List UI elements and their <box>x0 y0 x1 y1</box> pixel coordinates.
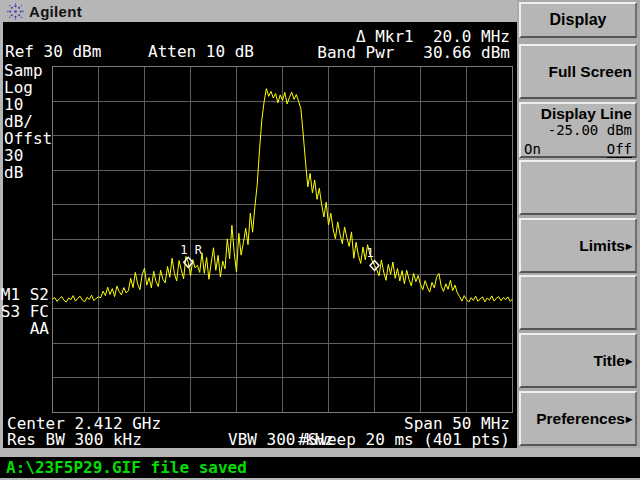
softkey-full-screen[interactable]: Full Screen <box>519 44 637 99</box>
bottom-bezel-band <box>0 448 640 457</box>
softkey-blank-1[interactable] <box>519 160 637 215</box>
display-line-value: -25.00 dBm <box>524 122 632 138</box>
menu-title: Display <box>519 2 637 38</box>
softkey-label: Preferences <box>536 410 625 428</box>
agilent-logo-icon <box>7 3 24 20</box>
atten-readout: Atten 10 dB <box>148 43 254 60</box>
crt-display: Ref 30 dBm Atten 10 dB Δ Mkr1 20.0 MHz B… <box>0 22 517 448</box>
band-power-readout: Band Pwr 30.66 dBm <box>317 44 510 61</box>
svg-text:1 R: 1 R <box>180 243 202 257</box>
sweep-readout: #Sweep 20 ms (401 pts) <box>298 431 510 448</box>
crt-left-edge <box>0 22 3 448</box>
ref-level-readout: Ref 30 dBm <box>5 43 101 60</box>
brand-name: Agilent <box>29 3 82 20</box>
softkey-panel: Display Full Screen Display Line -25.00 … <box>517 0 640 457</box>
softkey-label: Display Line <box>524 105 632 122</box>
softkey-display-line[interactable]: Display Line -25.00 dBm On Off <box>519 102 637 158</box>
softkey-label: Limits <box>579 237 625 255</box>
res-bw-readout: Res BW 300 kHz <box>7 431 142 448</box>
submenu-arrow-icon: ▸ <box>626 412 632 426</box>
amplitude-settings-column: Samp Log 10 dB/ Offst 30 dB <box>4 62 52 181</box>
softkey-preferences[interactable]: Preferences ▸ <box>519 391 637 446</box>
status-bar: A:\23F5P29.GIF file saved <box>0 457 640 478</box>
graticule <box>53 67 513 413</box>
display-line-off-option[interactable]: Off <box>607 141 632 158</box>
display-line-on-option[interactable]: On <box>524 141 541 158</box>
svg-text:1: 1 <box>367 246 374 260</box>
softkey-limits[interactable]: Limits ▸ <box>519 218 637 273</box>
softkey-label: Title <box>593 352 625 370</box>
softkey-title[interactable]: Title ▸ <box>519 333 637 388</box>
trace-markers: 1 R1 <box>180 243 379 270</box>
submenu-arrow-icon: ▸ <box>626 239 632 253</box>
submenu-arrow-icon: ▸ <box>626 354 632 368</box>
title-bar: Agilent <box>0 0 517 22</box>
spectrum-analyzer-screen: Agilent Ref 30 dBm Atten 10 dB Δ Mkr1 20… <box>0 0 640 480</box>
softkey-label: Full Screen <box>548 63 632 81</box>
softkey-blank-2[interactable] <box>519 275 637 330</box>
trace-status-flags: M1 S2 S3 FC AA <box>0 286 49 337</box>
status-message: A:\23F5P29.GIF file saved <box>6 458 247 477</box>
spectrum-plot: 1 R1 <box>52 66 513 413</box>
